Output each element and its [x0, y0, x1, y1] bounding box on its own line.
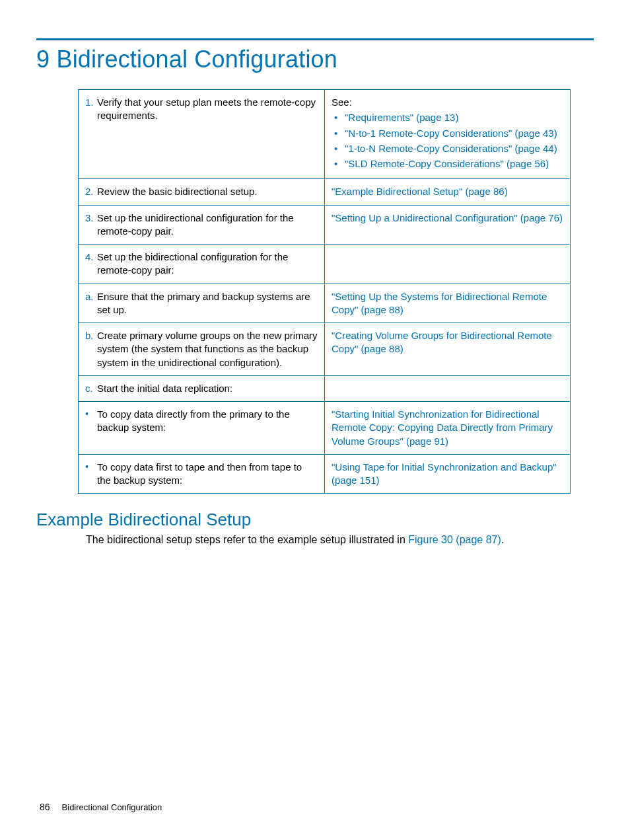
steps-table: 1.Verify that your setup plan meets the …	[78, 89, 571, 494]
reference-cell: "Setting Up a Unidirectional Configurati…	[325, 205, 571, 245]
step-cell: c.Start the initial data replication:	[79, 375, 325, 401]
step-marker: a.	[85, 290, 97, 317]
footer-page-number: 86	[40, 802, 50, 812]
step-cell: 3.Set up the unidirectional configuratio…	[79, 205, 325, 245]
reference-link[interactable]: "Using Tape for Initial Synchronization …	[332, 461, 557, 486]
reference-link[interactable]: "Setting Up a Unidirectional Configurati…	[332, 212, 563, 223]
reference-link[interactable]: "1-to-N Remote-Copy Considerations" (pag…	[334, 142, 563, 155]
reference-link[interactable]: "Requirements" (page 13)	[334, 111, 563, 124]
step-cell: 4.Set up the bidirectional configuration…	[79, 245, 325, 284]
step-text: Start the initial data replication:	[97, 382, 318, 395]
reference-cell: "Using Tape for Initial Synchronization …	[325, 454, 571, 494]
table-row: 3.Set up the unidirectional configuratio…	[79, 205, 571, 245]
step-text: Set up the bidirectional configuration f…	[97, 250, 318, 278]
step-cell: •To copy data first to tape and then fro…	[79, 454, 325, 494]
step-marker: c.	[85, 382, 97, 395]
step-text: Create primary volume groups on the new …	[97, 329, 318, 369]
step-cell: •To copy data directly from the primary …	[79, 402, 325, 455]
step-marker: 1.	[85, 96, 97, 123]
step-text: Set up the unidirectional configuration …	[97, 211, 318, 239]
table-row: 4.Set up the bidirectional configuration…	[79, 245, 571, 284]
step-text: Ensure that the primary and backup syste…	[97, 290, 318, 317]
reference-cell	[325, 375, 571, 401]
reference-cell: "Example Bidirectional Setup" (page 86)	[325, 179, 571, 205]
step-cell: 2.Review the basic bidirectional setup.	[79, 179, 325, 205]
intro-suffix: .	[501, 534, 504, 545]
step-text: To copy data first to tape and then from…	[97, 461, 318, 488]
section-intro: The bidirectional setup steps refer to t…	[86, 534, 594, 546]
reference-cell	[325, 245, 571, 284]
step-cell: 1.Verify that your setup plan meets the …	[79, 90, 325, 179]
reference-cell: "Setting Up the Systems for Bidirectiona…	[325, 284, 571, 323]
chapter-title: 9 Bidirectional Configuration	[36, 46, 594, 73]
footer-chapter-title: Bidirectional Configuration	[62, 802, 162, 812]
see-label: See:	[332, 96, 563, 109]
table-row: 1.Verify that your setup plan meets the …	[79, 90, 571, 179]
step-text: Verify that your setup plan meets the re…	[97, 96, 318, 123]
reference-cell: "Starting Initial Synchronization for Bi…	[325, 402, 571, 455]
step-marker: •	[85, 461, 97, 488]
table-row: 2.Review the basic bidirectional setup."…	[79, 179, 571, 205]
step-cell: b.Create primary volume groups on the ne…	[79, 323, 325, 376]
step-text: To copy data directly from the primary t…	[97, 408, 318, 435]
reference-link[interactable]: "Setting Up the Systems for Bidirectiona…	[332, 291, 547, 315]
table-row: •To copy data first to tape and then fro…	[79, 454, 571, 494]
reference-cell: "Creating Volume Groups for Bidirectiona…	[325, 323, 571, 376]
reference-cell: See:"Requirements" (page 13)"N-to-1 Remo…	[325, 90, 571, 179]
reference-link[interactable]: "SLD Remote-Copy Considerations" (page 5…	[334, 157, 563, 171]
reference-link[interactable]: "Example Bidirectional Setup" (page 86)	[332, 186, 508, 197]
intro-prefix: The bidirectional setup steps refer to t…	[86, 534, 408, 545]
reference-link[interactable]: "N-to-1 Remote-Copy Considerations" (pag…	[334, 127, 563, 140]
step-marker: 3.	[85, 211, 97, 239]
step-marker: b.	[85, 329, 97, 369]
top-rule	[36, 38, 594, 40]
reference-link[interactable]: "Starting Initial Synchronization for Bi…	[332, 408, 553, 447]
section-title: Example Bidirectional Setup	[36, 510, 594, 530]
reference-list: "Requirements" (page 13)"N-to-1 Remote-C…	[332, 111, 563, 171]
step-marker: 2.	[85, 185, 97, 198]
step-marker: •	[85, 408, 97, 435]
table-row: b.Create primary volume groups on the ne…	[79, 323, 571, 376]
step-marker: 4.	[85, 250, 97, 278]
page-footer: 86 Bidirectional Configuration	[40, 802, 162, 812]
table-row: a.Ensure that the primary and backup sys…	[79, 284, 571, 323]
table-row: c.Start the initial data replication:	[79, 375, 571, 401]
step-cell: a.Ensure that the primary and backup sys…	[79, 284, 325, 323]
figure-link[interactable]: Figure 30 (page 87)	[408, 534, 501, 545]
step-text: Review the basic bidirectional setup.	[97, 185, 318, 198]
table-row: •To copy data directly from the primary …	[79, 402, 571, 455]
reference-link[interactable]: "Creating Volume Groups for Bidirectiona…	[332, 330, 552, 354]
